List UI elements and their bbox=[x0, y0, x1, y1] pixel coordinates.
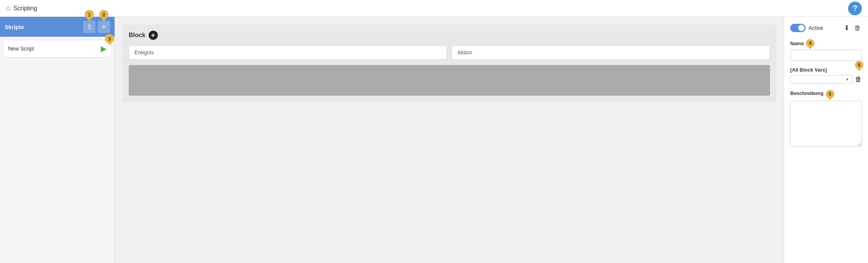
right-panel: Active ⬇ 🗑 Name 4 [All Block Vars] 6 bbox=[784, 17, 868, 263]
chevron-down-icon: ▼ bbox=[845, 77, 849, 82]
badge-2: 2 bbox=[99, 10, 108, 19]
badge-1: 1 bbox=[85, 10, 94, 19]
beschreibung-label-row: Beschreibung 5 bbox=[790, 90, 862, 98]
block-add-button[interactable]: + bbox=[149, 31, 158, 40]
vars-badge: 6 bbox=[855, 61, 863, 69]
panel-icons: ⬇ 🗑 bbox=[843, 23, 862, 33]
center-content: Block + Ereignis Aktion bbox=[115, 17, 784, 263]
add-script-button[interactable]: 2 + bbox=[98, 21, 110, 33]
block-header: Block + bbox=[129, 31, 770, 40]
active-toggle[interactable] bbox=[790, 24, 806, 32]
sidebar-title: Skripte bbox=[5, 24, 24, 30]
script-name: New Script bbox=[8, 46, 34, 52]
vars-section: [All Block Vars] 6 ▼ 🗑 bbox=[790, 67, 862, 84]
list-item[interactable]: New Script ▶ 3 bbox=[3, 40, 111, 57]
beschreibung-textarea[interactable] bbox=[790, 101, 862, 147]
active-toggle-container: Active bbox=[790, 24, 823, 32]
home-icon: ⌂ bbox=[6, 4, 10, 12]
name-badge: 4 bbox=[806, 39, 814, 47]
vars-label-row: [All Block Vars] 6 bbox=[790, 67, 862, 73]
vars-select[interactable]: ▼ bbox=[790, 75, 853, 84]
vars-label-text: [All Block Vars] bbox=[790, 67, 859, 73]
ereignis-field[interactable]: Ereignis bbox=[129, 45, 447, 60]
script-list: New Script ▶ 3 bbox=[0, 37, 115, 60]
name-label-row: Name 4 bbox=[790, 39, 862, 47]
beschreibung-badge: 5 bbox=[826, 90, 834, 98]
upload-script-button[interactable]: 1 ⇧ bbox=[83, 21, 95, 33]
vars-delete-icon[interactable]: 🗑 bbox=[855, 75, 862, 83]
nav-left: ⌂ Scripting bbox=[6, 4, 37, 12]
beschreibung-section: Beschreibung 5 bbox=[790, 90, 862, 148]
name-label-text: Name bbox=[790, 41, 804, 46]
block-editor-area[interactable] bbox=[129, 65, 770, 96]
nav-title: Scripting bbox=[13, 5, 37, 12]
main-layout: Skripte 1 ⇧ 2 + New Script ▶ 3 bbox=[0, 17, 868, 263]
block-label: Block bbox=[129, 32, 146, 39]
play-icon[interactable]: ▶ bbox=[101, 44, 106, 53]
right-panel-header: Active ⬇ 🗑 bbox=[790, 23, 862, 33]
vars-input-row: ▼ 🗑 bbox=[790, 75, 862, 84]
active-label: Active bbox=[809, 25, 823, 31]
sidebar-header: Skripte 1 ⇧ 2 + bbox=[0, 17, 115, 37]
aktion-field[interactable]: Aktion bbox=[452, 45, 770, 60]
beschreibung-label-text: Beschreibung bbox=[790, 90, 824, 96]
top-nav: ⌂ Scripting ? bbox=[0, 0, 868, 17]
block-fields-row: Ereignis Aktion bbox=[129, 45, 770, 60]
help-button[interactable]: ? bbox=[848, 2, 862, 15]
delete-button[interactable]: 🗑 bbox=[853, 23, 862, 33]
badge-3: 3 bbox=[105, 34, 114, 43]
name-input[interactable] bbox=[790, 50, 862, 61]
sidebar-actions: 1 ⇧ 2 + bbox=[83, 21, 110, 33]
download-button[interactable]: ⬇ bbox=[843, 23, 850, 33]
block-section: Block + Ereignis Aktion bbox=[123, 25, 776, 102]
sidebar: Skripte 1 ⇧ 2 + New Script ▶ 3 bbox=[0, 17, 115, 263]
